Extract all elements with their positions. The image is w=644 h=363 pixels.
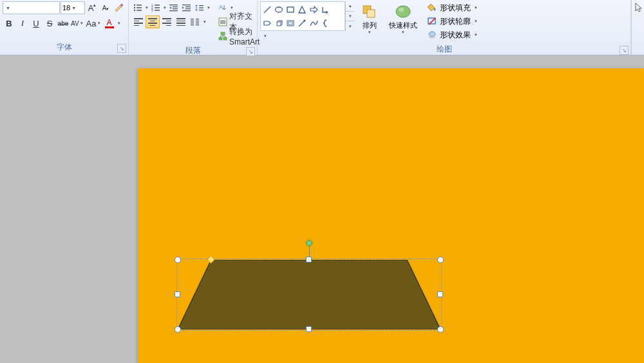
shape-l-connector[interactable] [319,3,331,16]
strikethrough-button[interactable]: S [43,17,56,30]
handle-tl[interactable] [175,257,181,263]
align-right-button[interactable] [160,15,174,28]
svg-rect-38 [223,37,227,40]
smartart-icon [218,32,227,41]
svg-rect-12 [169,5,178,5]
handle-b[interactable] [306,326,312,332]
shape-effects-button[interactable]: 形状效果 ▾ [425,28,480,41]
line-spacing-button[interactable] [193,1,206,14]
shape-fill-button[interactable]: 形状填充 ▾ [425,1,480,14]
svg-point-0 [134,5,135,6]
ribbon: ▼ 18 ▼ A▴ A▾ [0,0,644,55]
handle-r[interactable] [437,291,443,297]
line-spacing-dropdown[interactable]: ▾ [206,1,211,14]
svg-rect-9 [155,7,160,8]
svg-rect-15 [169,10,178,11]
svg-rect-1 [137,5,142,6]
effects-label: 形状效果 [440,30,471,41]
trapezoid-shape[interactable] [178,260,440,329]
handle-t[interactable] [306,257,312,262]
columns-button[interactable] [188,15,202,28]
font-family-combo[interactable]: ▼ [3,1,60,14]
align-left-button[interactable] [131,15,146,28]
shape-pentagon-arrow[interactable] [261,17,273,30]
handle-l[interactable] [175,291,180,297]
shape-outline-button[interactable]: 形状轮廓 ▾ [425,15,480,28]
shapes-gallery[interactable] [260,1,345,31]
numbering-button[interactable]: 123 [149,1,162,14]
font-dialog-launcher[interactable]: ↘ [117,44,126,53]
svg-rect-21 [199,5,204,6]
quickstyles-button[interactable]: 快速样式 ▾ [385,1,421,37]
svg-rect-5 [137,10,142,11]
svg-rect-37 [219,37,222,40]
svg-rect-33 [219,18,227,26]
shape-cube[interactable] [273,17,285,30]
shape-arrow-r[interactable] [308,3,319,16]
bullets-dropdown[interactable]: ▾ [144,1,149,14]
svg-rect-14 [173,8,178,9]
rotate-handle[interactable] [306,240,312,246]
svg-rect-3 [137,7,142,8]
change-case-button[interactable]: Aa▾ [86,17,102,30]
svg-rect-41 [287,7,294,12]
drawing-dialog-launcher[interactable]: ↘ [620,46,629,55]
columns-dropdown[interactable]: ▾ [202,15,207,28]
shape-bevel[interactable] [285,17,296,30]
increase-indent-button[interactable] [180,1,193,14]
svg-rect-43 [289,22,292,25]
align-center-button[interactable] [146,15,160,28]
shape-rect[interactable] [285,3,296,16]
handle-tr[interactable] [437,257,444,263]
drawing-group-label: 绘图 ↘ [258,43,630,57]
svg-rect-18 [185,8,191,9]
font-group-label: 字体 ↘ [0,41,128,55]
svg-rect-30 [191,25,194,25]
shape-ellipse[interactable] [273,3,285,16]
cursor-icon[interactable] [634,3,643,13]
font-color-dropdown[interactable]: ▾ [117,21,122,26]
abc-strike-button[interactable]: abe [57,17,70,30]
svg-text:3: 3 [151,9,153,12]
underline-button[interactable]: U [30,17,43,30]
handle-bl[interactable] [175,326,181,333]
grow-font-button[interactable]: A▴ [86,1,99,14]
svg-rect-17 [185,6,191,7]
fill-icon [427,3,437,12]
selected-shape-trapezoid[interactable] [178,260,440,329]
text-direction-icon: A [218,3,227,12]
font-size-combo[interactable]: 18 ▼ [61,1,85,14]
bullets-button[interactable] [131,1,144,14]
svg-point-2 [134,7,135,8]
svg-rect-22 [199,8,204,8]
svg-line-39 [264,6,270,13]
slide-canvas[interactable] [138,68,644,363]
numbering-dropdown[interactable]: ▾ [162,1,167,14]
shapes-scroll-down[interactable]: ▾ [346,12,354,22]
shape-curve[interactable] [308,17,319,30]
align-justify-button[interactable] [174,15,188,28]
shape-line[interactable] [261,3,273,16]
effects-icon [427,30,437,39]
svg-point-40 [276,7,283,12]
arrange-label: 排列 [363,21,377,30]
shapes-scroll-up[interactable]: ▴ [346,1,354,12]
handle-br[interactable] [437,326,444,333]
shrink-font-button[interactable]: A▾ [99,1,112,14]
char-spacing-button[interactable]: AV▾ [70,17,85,30]
shape-arrow-line[interactable] [296,17,308,30]
shapes-expand[interactable]: ▾ [346,21,354,31]
bold-button[interactable]: B [3,17,15,30]
fill-label: 形状填充 [440,3,471,14]
svg-rect-23 [199,10,204,10]
paragraph-dialog-launcher[interactable]: ↘ [246,47,255,56]
clear-formatting-button[interactable] [113,1,126,14]
quickstyles-label: 快速样式 [389,21,417,30]
svg-text:A: A [219,4,223,10]
font-color-button[interactable]: A [103,17,116,30]
italic-button[interactable]: I [16,17,29,30]
arrange-button[interactable]: 排列 ▾ [357,1,383,37]
decrease-indent-button[interactable] [167,1,180,14]
shape-triangle[interactable] [296,3,308,16]
shape-brace[interactable] [319,17,331,30]
